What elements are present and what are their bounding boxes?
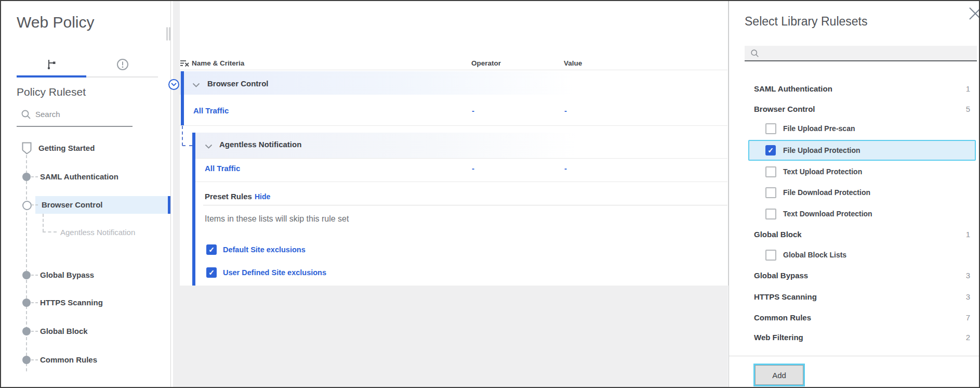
group-accent-bar	[192, 133, 195, 286]
checkbox-text-download-protection[interactable]	[765, 209, 776, 219]
library-search-input[interactable]	[745, 46, 977, 61]
row-divider	[195, 182, 727, 182]
column-header-value[interactable]: Value	[564, 59, 582, 67]
sidebar-item-global-bypass[interactable]: Global Bypass	[40, 270, 94, 279]
tree-node-hollow-dot	[22, 201, 32, 210]
tab-alerts[interactable]	[116, 58, 129, 73]
page-title: Web Policy	[17, 14, 95, 31]
checkbox-file-upload-pre-scan[interactable]	[765, 123, 776, 134]
checkbox-global-block-lists[interactable]	[765, 250, 776, 261]
chevron-down-icon[interactable]	[192, 81, 200, 90]
tab-policy-tree[interactable]	[46, 58, 57, 73]
library-child-file-download-protection[interactable]: File Download Protection	[783, 188, 870, 197]
search-input[interactable]: Search	[35, 110, 60, 119]
library-item-common-rules[interactable]: Common Rules	[754, 313, 811, 322]
add-button[interactable]: Add	[755, 365, 803, 385]
active-tab-indicator	[17, 75, 86, 77]
tree-node-dot	[22, 173, 31, 181]
library-item-web-filtering[interactable]: Web Filtering	[754, 333, 803, 342]
panel-resize-handle[interactable]	[166, 27, 168, 41]
preset-rules-description: Items in these lists will skip this rule…	[205, 214, 349, 224]
section-title: Policy Ruleset	[17, 86, 86, 98]
library-item-https-scanning[interactable]: HTTPS Scanning	[754, 292, 817, 301]
inactive-tab-underline	[86, 76, 158, 77]
default-site-exclusions-link[interactable]: Default Site exclusions	[223, 245, 306, 254]
checkbox-text-upload-protection[interactable]	[765, 166, 776, 177]
sidebar-item-https-scanning[interactable]: HTTPS Scanning	[40, 298, 103, 307]
library-item-count: 2	[955, 333, 970, 342]
tree-node-dash	[31, 331, 38, 332]
library-item-global-block[interactable]: Global Block	[754, 230, 802, 239]
add-button-highlight: Add	[753, 364, 805, 386]
nested-group-connector	[182, 126, 183, 146]
checkbox-file-upload-protection[interactable]: ✓	[765, 145, 776, 156]
checkbox-file-download-protection[interactable]	[765, 187, 776, 198]
rule-value: -	[564, 164, 567, 173]
sidebar-item-saml-authentication[interactable]: SAML Authentication	[40, 172, 118, 181]
search-icon	[750, 49, 759, 60]
library-child-file-upload-protection[interactable]: File Upload Protection	[783, 146, 860, 154]
preset-rules-label: Preset Rules	[205, 192, 252, 201]
library-child-global-block-lists[interactable]: Global Block Lists	[783, 251, 846, 259]
row-divider	[180, 125, 727, 126]
chevron-down-icon[interactable]	[205, 142, 213, 151]
panel-title: Select Library Rulesets	[745, 15, 868, 29]
empty-area	[173, 286, 728, 387]
rule-value: -	[564, 106, 567, 115]
library-item-count: 5	[955, 105, 970, 113]
group-accent-bar	[181, 71, 184, 126]
rule-row-all-traffic[interactable]: All Traffic	[193, 106, 229, 115]
group-title[interactable]: Browser Control	[207, 79, 269, 88]
tree-child-connector	[43, 214, 44, 232]
tree-node-dash	[31, 204, 38, 205]
library-item-global-bypass[interactable]: Global Bypass	[754, 271, 808, 280]
highlighted-ruleset-row[interactable]	[748, 140, 976, 161]
user-defined-site-exclusions-link[interactable]: User Defined Site exclusions	[223, 268, 326, 277]
close-icon[interactable]	[968, 6, 980, 23]
checkbox-user-defined-site-exclusions[interactable]: ✓	[206, 267, 217, 278]
shield-icon	[21, 141, 32, 157]
collapse-group-badge[interactable]	[168, 79, 179, 90]
preset-rules-hide-link[interactable]: Hide	[255, 192, 270, 201]
table-header-border	[180, 70, 727, 70]
tree-node-dash	[31, 302, 38, 303]
rule-operator-value: -	[472, 164, 474, 173]
collapse-rows-icon[interactable]	[180, 59, 189, 69]
panel-footer-divider	[729, 356, 980, 356]
rule-row-all-traffic[interactable]: All Traffic	[205, 164, 240, 173]
library-item-browser-control[interactable]: Browser Control	[754, 105, 815, 113]
sidebar-item-common-rules[interactable]: Common Rules	[40, 355, 97, 364]
sidebar-item-global-block[interactable]: Global Block	[40, 327, 88, 335]
web-policy-window: Web Policy	[0, 0, 980, 388]
tree-node-dot	[22, 271, 31, 279]
tree-node-dash	[31, 359, 38, 360]
search-underline	[17, 126, 133, 127]
tree-node-dot	[22, 327, 31, 335]
library-child-file-upload-pre-scan[interactable]: File Upload Pre-scan	[783, 124, 855, 133]
preset-divider	[203, 205, 727, 205]
library-item-saml-authentication[interactable]: SAML Authentication	[754, 84, 832, 93]
search-icon	[21, 109, 31, 122]
column-header-operator[interactable]: Operator	[471, 59, 501, 67]
library-item-count: 1	[955, 230, 970, 239]
select-library-rulesets-panel: Select Library Rulesets SAML Authenticat…	[729, 1, 980, 387]
column-header-name-criteria[interactable]: Name & Criteria	[192, 59, 244, 67]
library-item-count: 7	[955, 313, 970, 322]
library-child-text-upload-protection[interactable]: Text Upload Protection	[783, 167, 862, 176]
sidebar-item-getting-started[interactable]: Getting Started	[38, 144, 95, 152]
tree-node-dash	[31, 275, 38, 276]
sidebar-item-agentless-notification[interactable]: Agentless Notification	[60, 228, 135, 237]
rule-operator-value: -	[472, 106, 474, 115]
warning-circle-icon	[116, 63, 129, 72]
nested-group-connector	[182, 145, 192, 146]
library-child-text-download-protection[interactable]: Text Download Protection	[783, 210, 872, 218]
sidebar-item-browser-control[interactable]: Browser Control	[42, 200, 103, 209]
tree-connector-line	[26, 155, 27, 371]
tree-hierarchy-icon	[46, 63, 57, 72]
tree-node-dot	[22, 356, 31, 364]
tree-child-connector	[43, 231, 57, 232]
checkbox-default-site-exclusions[interactable]: ✓	[206, 244, 217, 255]
library-item-count: 1	[955, 84, 970, 93]
sidebar-divider	[170, 1, 171, 387]
group-title[interactable]: Agentless Notification	[219, 140, 301, 149]
